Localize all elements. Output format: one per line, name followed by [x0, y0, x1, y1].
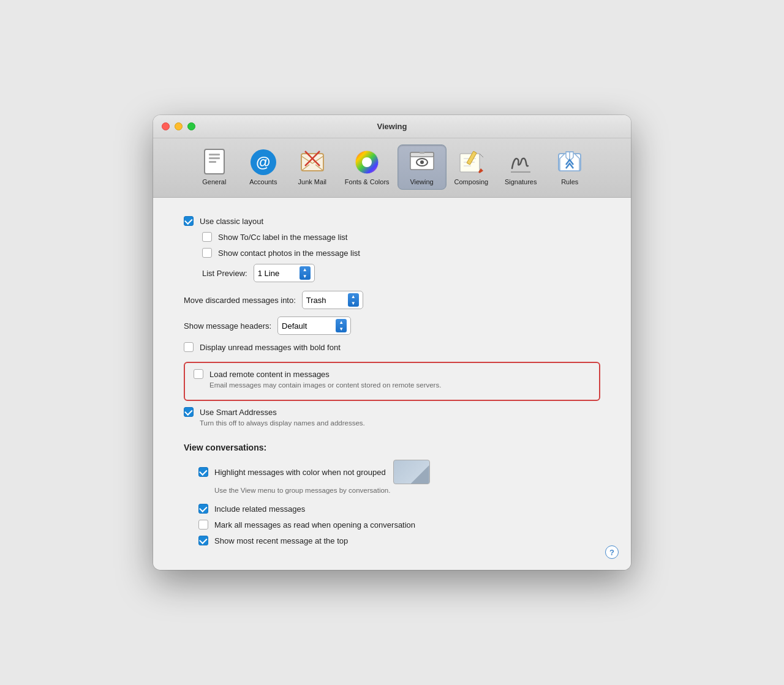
- highlight-messages-label: Highlight messages with color when not g…: [214, 468, 386, 477]
- include-related-row: Include related messages: [198, 504, 600, 514]
- window-controls: [162, 122, 195, 130]
- list-preview-row: List Preview: 1 Line ▲ ▼: [202, 264, 600, 282]
- svg-rect-3: [209, 161, 216, 163]
- svg-rect-2: [209, 157, 220, 159]
- display-unread-bold-row: Display unread messages with bold font: [184, 342, 600, 352]
- titlebar: Viewing: [153, 115, 631, 138]
- tab-junk-mail[interactable]: Junk Mail: [288, 144, 337, 190]
- show-contact-photos-label: Show contact photos in the message list: [218, 249, 360, 258]
- content-area: Use classic layout Show To/Cc label in t…: [153, 198, 631, 570]
- show-tocc-label: Show To/Cc label in the message list: [218, 233, 347, 242]
- svg-rect-1: [209, 154, 220, 155]
- composing-label: Composing: [454, 178, 489, 185]
- highlight-messages-checkbox[interactable]: [198, 467, 208, 477]
- show-message-headers-row: Show message headers: Default ▲ ▼: [184, 316, 600, 335]
- move-discarded-label: Move discarded messages into:: [184, 296, 296, 305]
- display-unread-bold-checkbox[interactable]: [184, 342, 194, 352]
- window-title: Viewing: [377, 122, 407, 131]
- mark-all-read-checkbox[interactable]: [198, 520, 208, 530]
- minimize-button[interactable]: [175, 122, 183, 130]
- accounts-label: Accounts: [249, 178, 277, 185]
- include-related-label: Include related messages: [214, 504, 305, 514]
- svg-point-16: [420, 160, 424, 164]
- show-contact-photos-checkbox[interactable]: [202, 248, 212, 258]
- color-swatch[interactable]: [393, 460, 430, 484]
- list-preview-select[interactable]: 1 Line ▲ ▼: [254, 264, 315, 282]
- tab-signatures[interactable]: Signatures: [496, 144, 545, 190]
- tab-general[interactable]: General: [190, 144, 239, 190]
- tab-accounts[interactable]: @ Accounts: [239, 144, 288, 190]
- use-smart-addresses-row: Use Smart Addresses: [184, 407, 600, 417]
- fonts-colors-icon: [353, 149, 380, 176]
- view-conversations-title: View conversations:: [184, 443, 600, 452]
- list-preview-arrows: ▲ ▼: [300, 266, 311, 280]
- tab-fonts-colors[interactable]: Fonts & Colors: [337, 144, 398, 190]
- mark-all-read-label: Mark all messages as read when opening a…: [214, 520, 415, 530]
- tab-composing[interactable]: Composing: [447, 144, 497, 190]
- tab-viewing[interactable]: Viewing: [398, 144, 447, 190]
- help-button[interactable]: ?: [605, 545, 619, 559]
- maximize-button[interactable]: [187, 122, 195, 130]
- junk-mail-icon: [299, 149, 326, 176]
- toolbar: General @ Accounts Junk M: [153, 138, 631, 198]
- show-most-recent-label: Show most recent message at the top: [214, 536, 348, 545]
- show-most-recent-row: Show most recent message at the top: [198, 536, 600, 545]
- load-remote-content-row: Load remote content in messages: [194, 369, 590, 379]
- junk-mail-label: Junk Mail: [298, 178, 326, 185]
- use-smart-addresses-label: Use Smart Addresses: [200, 408, 277, 417]
- highlight-messages-row: Highlight messages with color when not g…: [198, 460, 600, 484]
- settings-content: Use classic layout Show To/Cc label in t…: [153, 198, 631, 570]
- signatures-label: Signatures: [505, 178, 537, 185]
- highlight-messages-group: Highlight messages with color when not g…: [198, 460, 600, 494]
- svg-point-12: [362, 157, 372, 167]
- fonts-colors-label: Fonts & Colors: [345, 178, 390, 185]
- load-remote-content-checkbox[interactable]: [194, 369, 203, 379]
- classic-layout-checkbox[interactable]: [184, 216, 194, 226]
- include-related-checkbox[interactable]: [198, 504, 208, 514]
- move-discarded-value: Trash: [306, 296, 348, 305]
- show-tocc-checkbox[interactable]: [202, 232, 212, 242]
- viewing-icon: [409, 149, 435, 176]
- use-smart-addresses-subtext: Turn this off to always display names an…: [200, 419, 600, 427]
- classic-layout-label: Use classic layout: [200, 217, 263, 226]
- show-message-headers-select[interactable]: Default ▲ ▼: [277, 316, 351, 335]
- show-message-headers-arrows: ▲ ▼: [336, 319, 347, 332]
- move-discarded-row: Move discarded messages into: Trash ▲ ▼: [184, 291, 600, 309]
- mark-all-read-row: Mark all messages as read when opening a…: [198, 520, 600, 530]
- general-label: General: [202, 178, 226, 185]
- display-unread-bold-label: Display unread messages with bold font: [200, 343, 341, 352]
- general-icon: [201, 149, 228, 176]
- load-remote-content-section: Load remote content in messages Email me…: [184, 362, 600, 401]
- highlight-messages-subtext: Use the View menu to group messages by c…: [214, 487, 600, 494]
- rules-label: Rules: [561, 178, 578, 185]
- list-preview-label: List Preview:: [202, 269, 247, 278]
- move-discarded-arrows: ▲ ▼: [348, 293, 359, 307]
- main-window: Viewing General @ Accounts: [153, 115, 631, 570]
- show-message-headers-label: Show message headers:: [184, 321, 271, 331]
- move-discarded-select[interactable]: Trash ▲ ▼: [302, 291, 363, 309]
- load-remote-content-label: Load remote content in messages: [209, 370, 330, 379]
- svg-line-24: [480, 154, 483, 157]
- classic-layout-row: Use classic layout: [184, 216, 600, 226]
- svg-rect-17: [420, 152, 424, 154]
- accounts-icon: @: [250, 149, 277, 176]
- use-smart-addresses-checkbox[interactable]: [184, 407, 194, 417]
- signatures-icon: [507, 149, 534, 176]
- show-tocc-row: Show To/Cc label in the message list: [202, 232, 600, 242]
- close-button[interactable]: [162, 122, 170, 130]
- show-message-headers-value: Default: [282, 321, 336, 331]
- load-remote-content-subtext: Email messages may contain images or con…: [209, 381, 590, 389]
- tab-rules[interactable]: Rules: [545, 144, 594, 190]
- show-contact-photos-row: Show contact photos in the message list: [202, 248, 600, 258]
- list-preview-value: 1 Line: [258, 269, 300, 278]
- viewing-label: Viewing: [410, 178, 433, 185]
- composing-icon: [458, 149, 484, 176]
- rules-icon: [556, 149, 583, 176]
- show-most-recent-checkbox[interactable]: [198, 536, 208, 545]
